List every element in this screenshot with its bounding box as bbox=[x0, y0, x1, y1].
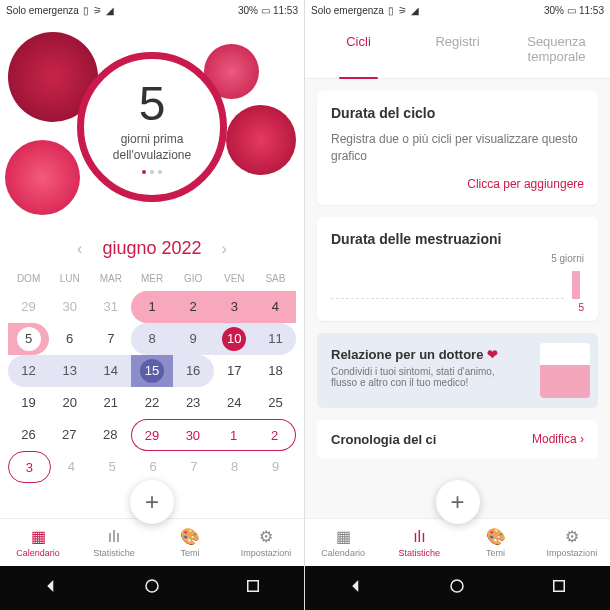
card-text: Registra due o più cicli per visualizzar… bbox=[331, 131, 584, 165]
weekday: SAB bbox=[255, 267, 296, 291]
day-cell[interactable]: 15 bbox=[131, 355, 172, 387]
home-button[interactable] bbox=[143, 577, 161, 599]
carrier-label: Solo emergenza bbox=[6, 5, 79, 16]
day-cell[interactable]: 11 bbox=[255, 323, 296, 355]
history-title: Cronologia del ci bbox=[331, 432, 436, 447]
nav-calendar[interactable]: ▦Calendario bbox=[0, 519, 76, 566]
day-cell[interactable]: 6 bbox=[49, 323, 90, 355]
add-button[interactable]: + bbox=[130, 480, 174, 524]
day-cell[interactable]: 18 bbox=[255, 355, 296, 387]
palette-icon: 🎨 bbox=[486, 527, 506, 546]
day-cell-predicted[interactable]: 30 bbox=[172, 419, 213, 451]
countdown-number: 5 bbox=[139, 80, 166, 128]
day-cell[interactable]: 17 bbox=[214, 355, 255, 387]
period-length-card: Durata delle mestruazioni 5 giorni 5 bbox=[317, 217, 598, 321]
day-cell[interactable]: 9 bbox=[173, 323, 214, 355]
month-selector: ‹ giugno 2022 › bbox=[0, 230, 304, 267]
day-cell[interactable]: 31 bbox=[90, 291, 131, 323]
day-cell[interactable]: 12 bbox=[8, 355, 49, 387]
nav-settings[interactable]: ⚙Impostazioni bbox=[228, 519, 304, 566]
tab-cicli[interactable]: Cicli bbox=[309, 20, 408, 78]
day-cell[interactable]: 6 bbox=[133, 451, 174, 483]
svg-point-2 bbox=[451, 580, 463, 592]
weekday: MAR bbox=[90, 267, 131, 291]
day-cell-ovulation[interactable]: 10 bbox=[214, 323, 255, 355]
day-cell-predicted[interactable]: 29 bbox=[131, 419, 173, 451]
day-cell[interactable]: 23 bbox=[173, 387, 214, 419]
home-button[interactable] bbox=[448, 577, 466, 599]
day-cell[interactable]: 14 bbox=[90, 355, 131, 387]
signal-icon: ◢ bbox=[106, 5, 114, 16]
tab-sequenza[interactable]: Sequenza temporale bbox=[507, 20, 606, 78]
next-month-icon[interactable]: › bbox=[222, 240, 227, 258]
day-cell[interactable]: 4 bbox=[255, 291, 296, 323]
day-cell[interactable]: 25 bbox=[255, 387, 296, 419]
edit-link[interactable]: Modifica › bbox=[532, 432, 584, 447]
month-label[interactable]: giugno 2022 bbox=[102, 238, 201, 259]
nav-settings[interactable]: ⚙Impostazioni bbox=[534, 519, 610, 566]
add-link[interactable]: Clicca per aggiungere bbox=[331, 177, 584, 191]
prev-month-icon[interactable]: ‹ bbox=[77, 240, 82, 258]
day-cell[interactable]: 26 bbox=[8, 419, 49, 451]
day-cell[interactable]: 4 bbox=[51, 451, 92, 483]
back-button[interactable] bbox=[42, 577, 60, 599]
doctor-report-card[interactable]: Relazione per un dottore ❤ Condividi i t… bbox=[317, 333, 598, 408]
day-cell[interactable]: 29 bbox=[8, 291, 49, 323]
day-cell[interactable]: 22 bbox=[131, 387, 172, 419]
weekday: LUN bbox=[49, 267, 90, 291]
day-cell[interactable]: 16 bbox=[173, 355, 214, 387]
page-dots bbox=[142, 170, 162, 174]
day-cell[interactable]: 5 bbox=[92, 451, 133, 483]
status-bar: Solo emergenza▯⚞◢ 30%▭11:53 bbox=[0, 0, 304, 20]
nav-stats[interactable]: ılıStatistiche bbox=[76, 519, 152, 566]
day-cell[interactable]: 9 bbox=[255, 451, 296, 483]
add-button[interactable]: + bbox=[436, 480, 480, 524]
sim-icon: ▯ bbox=[83, 5, 89, 16]
day-cell[interactable]: 7 bbox=[90, 323, 131, 355]
day-cell[interactable]: 20 bbox=[49, 387, 90, 419]
recent-button[interactable] bbox=[244, 577, 262, 599]
nav-calendar[interactable]: ▦Calendario bbox=[305, 519, 381, 566]
countdown-text: giorni primadell'ovulazione bbox=[113, 132, 191, 163]
day-cell[interactable]: 3 bbox=[214, 291, 255, 323]
day-cell[interactable]: 21 bbox=[90, 387, 131, 419]
day-cell[interactable]: 1 bbox=[131, 291, 172, 323]
ovulation-countdown[interactable]: 5 giorni primadell'ovulazione bbox=[77, 52, 227, 202]
cycle-length-card: Durata del ciclo Registra due o più cicl… bbox=[317, 91, 598, 205]
nav-themes[interactable]: 🎨Temi bbox=[458, 519, 534, 566]
back-button[interactable] bbox=[347, 577, 365, 599]
day-cell[interactable]: 28 bbox=[90, 419, 131, 451]
stats-icon: ılı bbox=[413, 528, 425, 546]
doctor-illustration bbox=[540, 343, 590, 398]
nav-stats[interactable]: ılıStatistiche bbox=[381, 519, 457, 566]
stats-content[interactable]: Durata del ciclo Registra due o più cicl… bbox=[305, 79, 610, 529]
heart-icon: ❤ bbox=[487, 347, 498, 362]
day-cell[interactable]: 19 bbox=[8, 387, 49, 419]
weekday: MER bbox=[131, 267, 172, 291]
tab-registri[interactable]: Registri bbox=[408, 20, 507, 78]
calendar-icon: ▦ bbox=[31, 527, 46, 546]
wifi-icon: ⚞ bbox=[93, 5, 102, 16]
day-cell[interactable]: 24 bbox=[214, 387, 255, 419]
day-cell[interactable]: 8 bbox=[131, 323, 172, 355]
day-cell-today[interactable]: 5 bbox=[8, 323, 49, 355]
recent-button[interactable] bbox=[550, 577, 568, 599]
day-cell[interactable]: 27 bbox=[49, 419, 90, 451]
doctor-text: Condividi i tuoi sintomi, stati d'animo,… bbox=[331, 366, 521, 388]
day-cell-predicted[interactable]: 2 bbox=[254, 419, 296, 451]
day-cell-predicted[interactable]: 3 bbox=[8, 451, 51, 483]
day-cell[interactable]: 13 bbox=[49, 355, 90, 387]
carrier-label: Solo emergenza bbox=[311, 5, 384, 16]
android-nav-bar bbox=[0, 566, 304, 610]
hero-flowers: 5 giorni primadell'ovulazione bbox=[0, 20, 304, 230]
day-cell[interactable]: 30 bbox=[49, 291, 90, 323]
day-cell-predicted[interactable]: 1 bbox=[213, 419, 254, 451]
nav-themes[interactable]: 🎨Temi bbox=[152, 519, 228, 566]
cycle-history-card: Cronologia del ci Modifica › bbox=[317, 420, 598, 459]
day-cell[interactable]: 7 bbox=[173, 451, 214, 483]
bottom-nav: ▦Calendario ılıStatistiche 🎨Temi ⚙Impost… bbox=[305, 518, 610, 566]
day-cell[interactable]: 2 bbox=[173, 291, 214, 323]
calendar-grid: DOM LUN MAR MER GIO VEN SAB 29 30 31 1 2… bbox=[0, 267, 304, 483]
day-cell[interactable]: 8 bbox=[214, 451, 255, 483]
tab-bar: Cicli Registri Sequenza temporale bbox=[305, 20, 610, 79]
